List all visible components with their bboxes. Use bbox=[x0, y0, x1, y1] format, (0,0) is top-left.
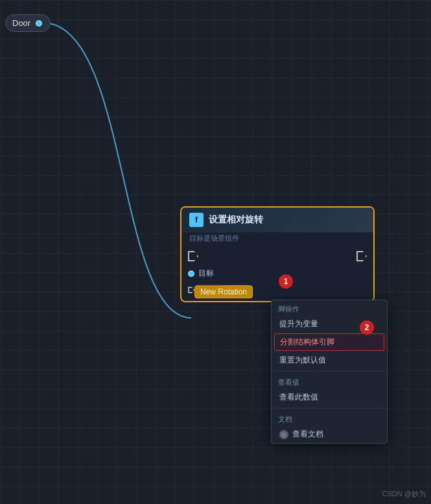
exec-input-pin[interactable] bbox=[188, 251, 198, 261]
target-data-pin[interactable] bbox=[188, 270, 194, 277]
node-title: 设置相对旋转 bbox=[209, 214, 263, 226]
ctx-split-struct[interactable]: 分割结构体引脚 bbox=[274, 333, 384, 351]
node-header: f 设置相对旋转 bbox=[181, 208, 373, 232]
ctx-view-value[interactable]: 查看此数值 bbox=[272, 389, 387, 406]
ctx-reset-default[interactable]: 重置为默认值 bbox=[272, 352, 387, 369]
badge-2: 2 bbox=[360, 320, 374, 335]
door-node-output-pin[interactable] bbox=[36, 20, 42, 27]
node-subtitle: 目标是场景组件 bbox=[181, 232, 373, 247]
target-pin-row: 目标 bbox=[181, 265, 373, 282]
ctx-section-1: 脚操作 bbox=[272, 300, 387, 315]
ctx-section-3: 文档 bbox=[272, 411, 387, 426]
rotation-input-pin[interactable] bbox=[188, 287, 194, 293]
doc-icon: ⊙ bbox=[279, 430, 288, 439]
ctx-view-docs[interactable]: ⊙ 查看文档 bbox=[272, 426, 387, 443]
ctx-section-2: 查看值 bbox=[272, 374, 387, 389]
door-node-label: Door bbox=[12, 18, 30, 28]
func-icon: f bbox=[189, 213, 204, 227]
ctx-divider-2 bbox=[272, 408, 387, 409]
target-label: 目标 bbox=[198, 268, 214, 279]
exec-row bbox=[181, 247, 373, 265]
ctx-divider-1 bbox=[272, 371, 387, 372]
exec-output-pin[interactable] bbox=[356, 251, 367, 261]
new-rotation-label: New Rotation bbox=[194, 285, 253, 298]
door-node[interactable]: Door bbox=[5, 14, 51, 32]
ctx-docs-label: 查看文档 bbox=[292, 429, 323, 440]
watermark: CSDN @妙为 bbox=[382, 489, 426, 499]
badge-1: 1 bbox=[279, 274, 293, 289]
